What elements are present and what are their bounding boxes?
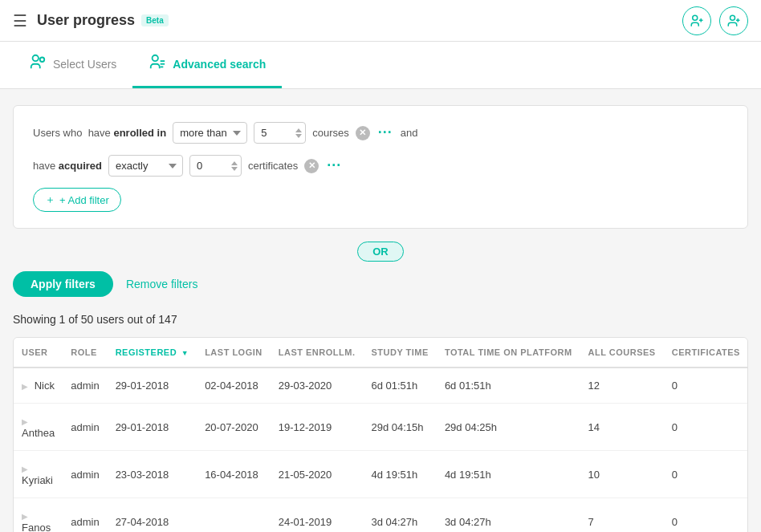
cell-last-enrollm: 19-12-2019 xyxy=(271,404,364,451)
results-table: USER ROLE REGISTERED ▼ LAST LOGIN LAST E… xyxy=(14,338,748,532)
filter-row2-suffix: certificates xyxy=(248,160,298,172)
add-filter-row: ＋ + Add filter xyxy=(33,188,728,212)
tab-advanced-search-label: Advanced search xyxy=(173,58,266,71)
table-row[interactable]: ▶ Nick admin 29-01-2018 02-04-2018 29-03… xyxy=(14,368,748,404)
cell-registered: 23-03-2018 xyxy=(108,451,197,498)
add-user-group-button[interactable] xyxy=(682,6,711,35)
col-last-login: LAST LOGIN xyxy=(197,338,271,368)
cell-last-enrollm: 21-05-2020 xyxy=(271,451,364,498)
col-all-courses: ALL COURSES xyxy=(580,338,664,368)
svg-point-3 xyxy=(730,15,735,20)
filter-row-1: Users who have enrolled in more than les… xyxy=(33,122,728,144)
filter-operator-2[interactable]: exactly more than less than at least at … xyxy=(108,155,183,177)
table-row[interactable]: ▶ Anthea admin 29-01-2018 20-07-2020 19-… xyxy=(14,404,748,451)
menu-icon[interactable]: ☰ xyxy=(13,11,27,30)
filter-count-1[interactable]: 5 xyxy=(254,122,306,144)
cell-role: admin xyxy=(63,404,107,451)
remove-filter-2-button[interactable]: ✕ xyxy=(304,159,319,173)
table-header-row: USER ROLE REGISTERED ▼ LAST LOGIN LAST E… xyxy=(14,338,748,368)
cell-registered: 29-01-2018 xyxy=(108,404,197,451)
cell-total-time: 29d 04:25h xyxy=(437,404,580,451)
filter-row1-prefix: Users who have enrolled in xyxy=(33,127,166,139)
action-row: Apply filters Remove filters xyxy=(13,271,748,297)
cell-last-login: 02-04-2018 xyxy=(197,368,271,404)
cell-role: admin xyxy=(63,498,107,533)
results-info: Showing 1 of 50 users out of 147 xyxy=(13,313,748,326)
cell-total-time: 4d 19:51h xyxy=(437,451,580,498)
cell-study-time: 29d 04:15h xyxy=(363,404,436,451)
remove-filter-1-button[interactable]: ✕ xyxy=(356,126,370,140)
cell-user: ▶ Kyriaki xyxy=(14,451,63,498)
cell-user: ▶ Nick xyxy=(14,368,63,404)
svg-point-7 xyxy=(40,58,45,63)
apply-filters-button[interactable]: Apply filters xyxy=(13,271,113,297)
row-expand-icon: ▶ xyxy=(22,465,28,473)
add-filter-label: + Add filter xyxy=(59,194,109,206)
tabs: Select Users Advanced search xyxy=(0,42,761,89)
row-expand-icon: ▶ xyxy=(22,382,28,391)
more-filter-1-button[interactable]: ··· xyxy=(376,124,394,141)
cell-certificates: 0 xyxy=(664,404,748,451)
cell-all-courses: 7 xyxy=(580,498,664,533)
col-total-time: TOTAL TIME ON PLATFORM xyxy=(437,338,580,368)
cell-last-login: 20-07-2020 xyxy=(197,404,271,451)
tab-select-users-label: Select Users xyxy=(53,58,116,71)
advanced-search-icon xyxy=(149,53,166,75)
filter-row-2: have acquired exactly more than less tha… xyxy=(33,155,728,177)
col-study-time: STUDY TIME xyxy=(363,338,436,368)
cell-total-time: 6d 01:51h xyxy=(437,368,580,404)
col-role: ROLE xyxy=(63,338,107,368)
cell-registered: 29-01-2018 xyxy=(108,368,197,404)
remove-filters-button[interactable]: Remove filters xyxy=(126,278,197,290)
cell-all-courses: 10 xyxy=(580,451,664,498)
cell-study-time: 6d 01:51h xyxy=(363,368,436,404)
add-filter-plus-icon: ＋ xyxy=(45,193,55,207)
or-button[interactable]: OR xyxy=(357,242,404,262)
add-user-button[interactable] xyxy=(719,6,748,35)
filter-row1-suffix: courses xyxy=(312,127,349,139)
cell-role: admin xyxy=(63,451,107,498)
cell-total-time: 3d 04:27h xyxy=(437,498,580,533)
tab-select-users[interactable]: Select Users xyxy=(13,42,132,88)
cell-all-courses: 12 xyxy=(580,368,664,404)
col-registered[interactable]: REGISTERED ▼ xyxy=(108,338,197,368)
cell-registered: 27-04-2018 xyxy=(108,498,197,533)
cell-last-enrollm: 24-01-2019 xyxy=(271,498,364,533)
main-content: Users who have enrolled in more than les… xyxy=(0,89,761,532)
svg-point-6 xyxy=(33,55,39,61)
filter-count-2[interactable]: 0 xyxy=(189,155,242,177)
table-row[interactable]: ▶ Kyriaki admin 23-03-2018 16-04-2018 21… xyxy=(14,451,748,498)
cell-study-time: 3d 04:27h xyxy=(363,498,436,533)
table-row[interactable]: ▶ Fanos admin 27-04-2018 24-01-2019 3d 0… xyxy=(14,498,748,533)
filter-operator-1[interactable]: more than less than exactly at least at … xyxy=(173,122,247,144)
cell-user: ▶ Anthea xyxy=(14,404,63,451)
cell-user: ▶ Fanos xyxy=(14,498,63,533)
add-filter-button[interactable]: ＋ + Add filter xyxy=(33,188,121,212)
table-header: USER ROLE REGISTERED ▼ LAST LOGIN LAST E… xyxy=(14,338,748,368)
or-row: OR xyxy=(13,242,748,262)
table-body: ▶ Nick admin 29-01-2018 02-04-2018 29-03… xyxy=(14,368,748,532)
select-users-icon xyxy=(29,53,47,75)
cell-certificates: 0 xyxy=(664,368,748,404)
cell-certificates: 0 xyxy=(664,498,748,533)
beta-badge: Beta xyxy=(141,14,169,26)
row-expand-icon: ▶ xyxy=(22,512,28,521)
topbar-actions xyxy=(682,6,748,35)
cell-last-login: 16-04-2018 xyxy=(197,451,271,498)
svg-point-8 xyxy=(153,55,158,61)
col-certificates: CERTIFICATES xyxy=(664,338,748,368)
topbar: ☰ User progress Beta xyxy=(0,0,761,42)
filter-row2-prefix: have acquired xyxy=(33,160,102,172)
cell-all-courses: 14 xyxy=(580,404,664,451)
row-expand-icon: ▶ xyxy=(22,417,28,426)
svg-point-0 xyxy=(693,15,698,20)
tab-advanced-search[interactable]: Advanced search xyxy=(132,42,282,88)
cell-last-login xyxy=(197,498,271,533)
app-title: User progress xyxy=(37,12,135,29)
col-user: USER xyxy=(14,338,63,368)
filter-row1-conjunction: and xyxy=(401,127,418,139)
cell-role: admin xyxy=(63,368,107,404)
col-last-enrollm: LAST ENROLLM. xyxy=(271,338,364,368)
filter-card: Users who have enrolled in more than les… xyxy=(13,105,748,229)
more-filter-2-button[interactable]: ··· xyxy=(325,157,343,174)
